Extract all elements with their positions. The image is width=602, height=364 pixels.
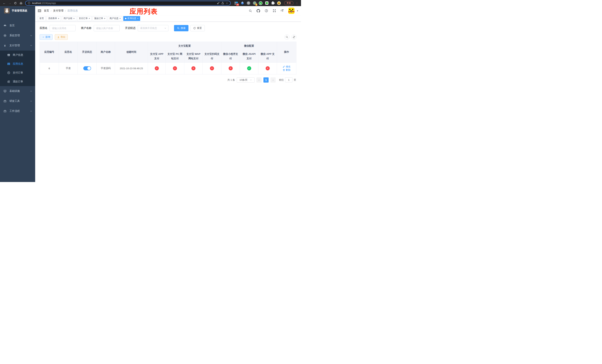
table-row: 6 芋道 芋道源码 2021-10-23 08:49:25 × × × × × …: [40, 62, 296, 74]
back-icon[interactable]: ←: [2, 1, 7, 6]
font-size-icon[interactable]: TT: [281, 9, 284, 13]
chrome-update-button[interactable]: 更新: [284, 1, 293, 5]
extension-balloon-icon[interactable]: [240, 1, 244, 5]
header-search-icon[interactable]: [249, 9, 252, 12]
chevron-down-icon[interactable]: ▾: [297, 10, 298, 12]
sidebar-item-dev-tools[interactable]: 研发工具: [0, 96, 35, 106]
goto-page-input[interactable]: [285, 77, 292, 82]
current-page-button[interactable]: 1: [263, 77, 269, 83]
sidebar-item-merchant-info[interactable]: 商户信息: [0, 51, 35, 59]
close-icon[interactable]: ×: [89, 17, 90, 20]
col-created: 创建时间: [115, 42, 148, 63]
browser-menu-icon[interactable]: ⋮: [296, 2, 298, 5]
wx-jsapi-status-icon: ✓: [247, 66, 251, 70]
close-icon[interactable]: ×: [137, 17, 139, 20]
search-icon: [177, 27, 180, 30]
sidebar-item-label: 研发工具: [10, 99, 20, 103]
sidebar-item-label: 首页: [10, 24, 15, 27]
coin-yen-icon: ¥: [7, 71, 10, 74]
avatar[interactable]: [288, 8, 294, 14]
add-button[interactable]: ＋新增: [40, 34, 53, 40]
tab-pay-order[interactable]: 支付订单×: [77, 16, 92, 21]
sidebar-item-pay-order[interactable]: ¥ 支付订单: [0, 68, 35, 77]
tab-process-form[interactable]: 流程表单×: [46, 16, 61, 21]
sidebar-item-label: 商户信息: [13, 53, 23, 57]
url-bar[interactable]: localhost:1024/pay/app ☆: [25, 1, 231, 6]
fullscreen-icon[interactable]: [273, 9, 276, 12]
extension-emoji-icon[interactable]: [277, 1, 281, 5]
col-wx-jsapi: 微信 JSAPI 支付: [240, 50, 258, 63]
edit-link[interactable]: 修改: [283, 65, 291, 68]
tab-app-info[interactable]: 应用信息×: [123, 16, 140, 21]
col-group-wechat: 微信配置: [221, 42, 277, 50]
share-icon[interactable]: [221, 2, 224, 4]
enable-switch[interactable]: [83, 66, 91, 70]
plus-icon: ＋: [42, 35, 44, 39]
sidebar-item-payment[interactable]: ¥ 支付管理: [0, 41, 35, 51]
status-select[interactable]: 请选择开启状态: [138, 25, 168, 31]
briefcase-icon: [3, 110, 7, 113]
page-content: 应用名 商户名称 开启状态 请选择开启状态 搜索: [35, 22, 301, 182]
breadcrumb-pay[interactable]: 支付管理: [53, 9, 64, 12]
sidebar-collapse-icon[interactable]: [38, 9, 41, 12]
extension-badge: 10: [236, 3, 239, 6]
delete-link[interactable]: 删除: [283, 68, 291, 72]
close-icon[interactable]: ×: [104, 17, 105, 20]
app-title: 芋道管理系统: [12, 9, 27, 12]
extension-recorder-icon[interactable]: 1: [253, 1, 256, 5]
tab-home[interactable]: 首页: [38, 16, 45, 21]
next-page-button[interactable]: ›: [270, 77, 276, 83]
home-icon[interactable]: [19, 1, 23, 6]
reset-button[interactable]: 重置: [190, 25, 205, 31]
forward-icon[interactable]: →: [7, 1, 12, 6]
sidebar-item-label: 支付管理: [10, 44, 20, 47]
merchant-name-input[interactable]: [94, 25, 119, 31]
tab-user-group[interactable]: 用户分组×: [62, 16, 76, 21]
alipay-qr-status-icon: ×: [210, 66, 214, 70]
sidebar-item-app-info[interactable]: 应用信息: [0, 59, 35, 68]
tab-refund-order[interactable]: 退款订单×: [93, 16, 107, 21]
toggle-search-button[interactable]: [284, 34, 290, 40]
app-table: 应用编号 应用名 开启状态 商户名称 创建时间 支付宝配置 微信配置 操作 支付…: [40, 42, 296, 75]
password-key-icon[interactable]: [217, 2, 220, 4]
refresh-icon: [293, 36, 295, 38]
bookmark-star-icon[interactable]: ☆: [226, 2, 228, 5]
reload-icon[interactable]: [13, 1, 18, 6]
col-wx-app: 微信 APP 支付: [258, 50, 277, 63]
extension-puzzle-icon[interactable]: [271, 1, 275, 5]
extension-command-icon[interactable]: ⌘: [247, 1, 250, 5]
close-icon[interactable]: ×: [119, 17, 121, 20]
col-app-id: 应用编号: [40, 42, 59, 63]
prev-page-button[interactable]: ‹: [256, 77, 262, 83]
sidebar-item-system[interactable]: 系统管理: [0, 31, 35, 41]
sidebar-item-label: 支付订单: [13, 71, 23, 75]
sidebar-item-home[interactable]: 首页: [0, 21, 35, 31]
extension-y-icon[interactable]: y: [259, 1, 262, 5]
grid-table-icon: [7, 62, 10, 65]
search-button[interactable]: 搜索: [174, 25, 188, 31]
close-icon[interactable]: ×: [58, 17, 59, 20]
sidebar-item-infrastructure[interactable]: 基础设施: [0, 86, 35, 96]
document-icon: [7, 80, 10, 83]
export-button[interactable]: 导出: [55, 34, 68, 40]
breadcrumb-home[interactable]: 首页: [44, 9, 49, 12]
total-count: 共 1 条: [227, 78, 235, 82]
cell-merchant: 芋道源码: [97, 62, 115, 74]
github-icon[interactable]: [257, 9, 260, 13]
extension-pinned-icon[interactable]: 10: [234, 1, 238, 5]
extension-chat-icon[interactable]: [265, 1, 269, 5]
tab-merchant-info[interactable]: 商户信息×: [108, 16, 122, 21]
sidebar-item-refund-order[interactable]: 退款订单: [0, 77, 35, 86]
sidebar-item-workflow[interactable]: 工作流程: [0, 106, 35, 116]
app-logo[interactable]: 芋道管理系统: [0, 6, 35, 15]
app-name-input[interactable]: [50, 25, 75, 31]
refresh-table-button[interactable]: [291, 34, 297, 40]
download-icon: [57, 36, 60, 38]
logo-avatar: [4, 8, 10, 13]
sidebar-item-label: 系统管理: [10, 34, 20, 37]
site-info-icon[interactable]: [28, 2, 30, 4]
page-size-select[interactable]: 10条/页: [237, 77, 255, 83]
sidebar: 芋道管理系统 首页 系统管理 ¥ 支付管理: [0, 6, 35, 182]
help-icon[interactable]: [265, 9, 268, 12]
close-icon[interactable]: ×: [73, 17, 75, 20]
